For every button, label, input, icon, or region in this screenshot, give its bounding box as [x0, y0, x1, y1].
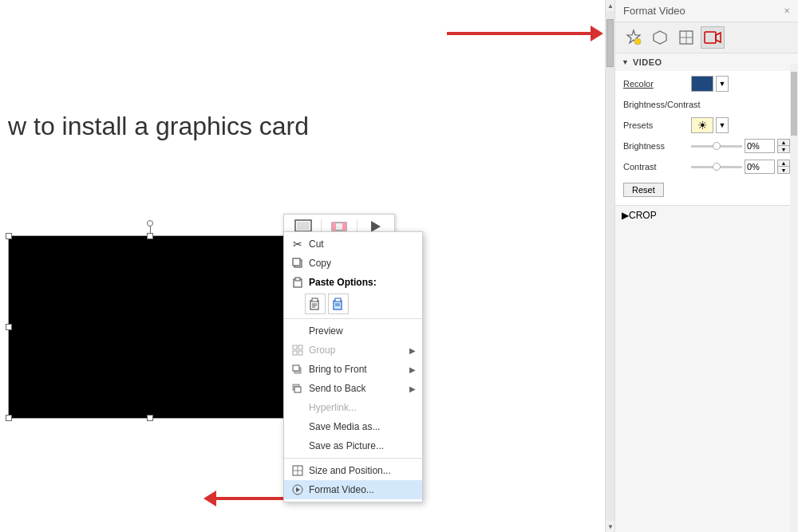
section-crop-toggle: ▶: [622, 210, 629, 221]
handle-top-mid[interactable]: [147, 233, 153, 239]
panel-scroll-area[interactable]: ▼ VIDEO Recolor ▼ Brightness/Contrast Pr…: [615, 53, 798, 532]
recolor-dropdown-btn[interactable]: ▼: [716, 76, 729, 92]
contrast-spin-down[interactable]: ▼: [778, 167, 789, 173]
panel-scrollbar[interactable]: [790, 64, 798, 532]
presets-label: Presets: [623, 120, 691, 130]
save-media-icon: [290, 420, 305, 434]
separator-2: [284, 458, 422, 459]
tab-effects[interactable]: [648, 26, 672, 49]
context-menu-bring-to-front[interactable]: Bring to Front ▶: [284, 360, 422, 379]
context-menu-cut[interactable]: ✂ Cut: [284, 234, 422, 254]
svg-marker-6: [371, 221, 381, 232]
svg-rect-37: [705, 32, 716, 43]
contrast-slider-track[interactable]: [691, 166, 742, 168]
contrast-spin: ▲ ▼: [777, 160, 790, 174]
handle-top-left[interactable]: [6, 233, 12, 239]
tab-video[interactable]: [701, 26, 725, 49]
handle-bot-mid[interactable]: [147, 415, 153, 421]
context-menu-hyperlink[interactable]: Hyperlink...: [284, 398, 422, 417]
bring-to-front-arrow: ▶: [409, 365, 416, 374]
panel-close-button[interactable]: ✕: [784, 6, 790, 15]
reset-row: Reset: [623, 179, 790, 201]
brightness-spin-up[interactable]: ▲: [778, 140, 789, 146]
svg-rect-17: [335, 298, 341, 301]
cut-label: Cut: [309, 238, 324, 250]
recolor-row: Recolor ▼: [623, 75, 790, 93]
brightness-contrast-label: Brightness/Contrast: [623, 100, 691, 109]
slide-scrollbar: ▲ ▼: [605, 0, 614, 532]
video-element[interactable]: [8, 235, 291, 419]
context-menu-send-to-back[interactable]: Send to Back ▶: [284, 379, 422, 398]
paste-options-label: Paste Options:: [309, 277, 377, 288]
format-video-icon: [290, 483, 305, 497]
hyperlink-icon: [290, 400, 305, 415]
tab-size[interactable]: [674, 26, 698, 49]
recolor-value: ▼: [691, 76, 790, 92]
brightness-value-container: 0% ▲ ▼: [691, 139, 790, 153]
section-crop-header[interactable]: ▶ CROP: [615, 205, 798, 225]
right-panel: Format Video ✕: [614, 0, 798, 532]
brightness-spin-down[interactable]: ▼: [778, 146, 789, 152]
brightness-contrast-row: Brightness/Contrast: [623, 96, 790, 113]
paste-icon-btn-1[interactable]: [305, 294, 326, 314]
presets-dropdown-btn[interactable]: ▼: [716, 117, 729, 133]
brightness-slider-track[interactable]: [691, 145, 742, 148]
context-menu-preview[interactable]: Preview: [284, 321, 422, 341]
arrow-right-line: [447, 32, 591, 35]
brightness-row: Brightness 0% ▲ ▼: [623, 137, 790, 155]
group-arrow: ▶: [409, 346, 416, 355]
svg-rect-4: [332, 223, 336, 231]
paste-icon-btn-2[interactable]: [328, 294, 349, 314]
contrast-spin-up[interactable]: ▲: [778, 160, 789, 167]
context-menu-size-position[interactable]: Size and Position...: [284, 461, 422, 480]
send-to-back-label: Send to Back: [309, 383, 365, 394]
panel-scrollbar-thumb[interactable]: [791, 72, 797, 136]
arrow-right: [447, 26, 603, 41]
arrow-left-head: [203, 491, 216, 506]
section-video-toggle: ▼: [622, 58, 629, 66]
size-position-label: Size and Position...: [309, 465, 391, 476]
context-menu-save-media[interactable]: Save Media as...: [284, 417, 422, 436]
svg-rect-8: [293, 258, 300, 266]
contrast-row: Contrast 0% ▲ ▼: [623, 158, 790, 175]
paste-icons-row: [284, 292, 422, 316]
panel-title: Format Video: [623, 5, 685, 17]
svg-rect-20: [293, 345, 297, 349]
contrast-slider-thumb[interactable]: [713, 163, 721, 171]
presets-icon-btn[interactable]: ☀: [691, 117, 713, 133]
hyperlink-label: Hyperlink...: [309, 402, 357, 413]
format-video-label: Format Video...: [309, 484, 374, 495]
brightness-input[interactable]: 0%: [745, 139, 775, 153]
reset-button[interactable]: Reset: [623, 183, 664, 197]
panel-header: Format Video ✕: [615, 0, 798, 22]
save-picture-icon: [290, 439, 305, 453]
send-to-back-icon: [290, 381, 305, 396]
panel-icon-tabs: [615, 22, 798, 53]
brightness-slider-container: [691, 145, 742, 148]
context-menu-group[interactable]: Group ▶: [284, 341, 422, 360]
contrast-slider-container: [691, 166, 742, 168]
brightness-slider-thumb[interactable]: [713, 142, 721, 150]
context-menu-copy[interactable]: Copy: [284, 254, 422, 273]
section-video-content: Recolor ▼ Brightness/Contrast Presets ☀ …: [615, 71, 798, 205]
recolor-color-btn[interactable]: [691, 76, 713, 92]
handle-mid-left[interactable]: [6, 324, 12, 330]
save-picture-label: Save as Picture...: [309, 440, 384, 451]
context-menu-save-picture[interactable]: Save as Picture...: [284, 436, 422, 455]
save-media-label: Save Media as...: [309, 421, 380, 432]
rotate-handle[interactable]: [147, 220, 153, 227]
presets-value: ☀ ▼: [691, 117, 790, 133]
tab-fill[interactable]: [622, 26, 646, 49]
context-menu-format-video[interactable]: Format Video...: [284, 480, 422, 499]
brightness-spin: ▲ ▼: [777, 139, 790, 153]
send-to-back-arrow: ▶: [409, 384, 416, 393]
contrast-input[interactable]: 0%: [745, 160, 775, 174]
scrollbar-track[interactable]: [606, 11, 614, 521]
svg-point-32: [634, 38, 641, 45]
preview-icon: [290, 324, 305, 338]
copy-icon: [290, 256, 305, 270]
scrollbar-thumb[interactable]: [606, 19, 614, 67]
handle-bot-left[interactable]: [6, 415, 12, 421]
section-video-label: VIDEO: [633, 57, 662, 67]
section-video-header[interactable]: ▼ VIDEO: [615, 53, 798, 71]
